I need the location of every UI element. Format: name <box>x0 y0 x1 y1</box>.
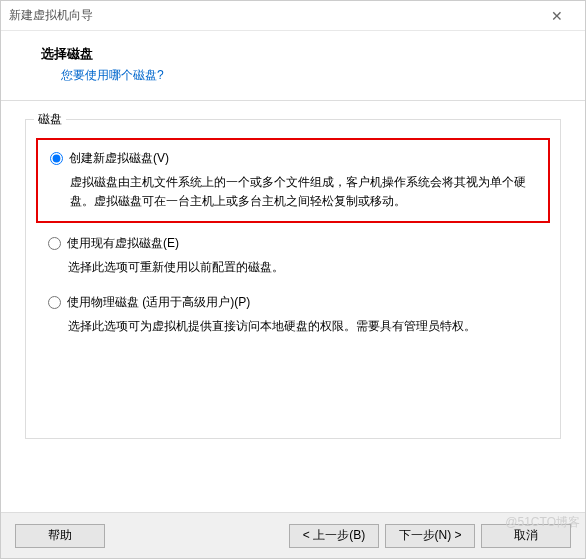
wizard-header: 选择磁盘 您要使用哪个磁盘? <box>1 31 585 101</box>
radio-create-disk[interactable]: 创建新虚拟磁盘(V) <box>50 150 536 167</box>
content-area: 磁盘 创建新虚拟磁盘(V) 虚拟磁盘由主机文件系统上的一个或多个文件组成，客户机… <box>1 101 585 512</box>
option-physical-disk: 使用物理磁盘 (适用于高级用户)(P) 选择此选项可为虚拟机提供直接访问本地硬盘… <box>36 294 550 336</box>
cancel-button[interactable]: 取消 <box>481 524 571 548</box>
wizard-window: 新建虚拟机向导 ✕ 选择磁盘 您要使用哪个磁盘? 磁盘 创建新虚拟磁盘(V) 虚… <box>0 0 586 559</box>
page-heading: 选择磁盘 <box>41 45 561 63</box>
next-button[interactable]: 下一步(N) > <box>385 524 475 548</box>
radio-existing-desc: 选择此选项可重新使用以前配置的磁盘。 <box>68 258 538 277</box>
option-existing-disk: 使用现有虚拟磁盘(E) 选择此选项可重新使用以前配置的磁盘。 <box>36 235 550 277</box>
radio-existing-label: 使用现有虚拟磁盘(E) <box>67 235 179 252</box>
radio-existing-input[interactable] <box>48 237 61 250</box>
group-title: 磁盘 <box>34 111 66 128</box>
radio-existing-disk[interactable]: 使用现有虚拟磁盘(E) <box>48 235 538 252</box>
highlight-create-disk: 创建新虚拟磁盘(V) 虚拟磁盘由主机文件系统上的一个或多个文件组成，客户机操作系… <box>36 138 550 223</box>
wizard-footer: 帮助 < 上一步(B) 下一步(N) > 取消 <box>1 512 585 558</box>
option-create-disk: 创建新虚拟磁盘(V) 虚拟磁盘由主机文件系统上的一个或多个文件组成，客户机操作系… <box>50 150 536 211</box>
radio-physical-label: 使用物理磁盘 (适用于高级用户)(P) <box>67 294 250 311</box>
radio-physical-input[interactable] <box>48 296 61 309</box>
radio-create-label: 创建新虚拟磁盘(V) <box>69 150 169 167</box>
close-icon[interactable]: ✕ <box>537 8 577 24</box>
radio-create-desc: 虚拟磁盘由主机文件系统上的一个或多个文件组成，客户机操作系统会将其视为单个硬盘。… <box>70 173 536 211</box>
window-title: 新建虚拟机向导 <box>9 7 537 24</box>
radio-physical-desc: 选择此选项可为虚拟机提供直接访问本地硬盘的权限。需要具有管理员特权。 <box>68 317 538 336</box>
page-subheading: 您要使用哪个磁盘? <box>41 67 561 84</box>
help-button[interactable]: 帮助 <box>15 524 105 548</box>
disk-groupbox: 磁盘 创建新虚拟磁盘(V) 虚拟磁盘由主机文件系统上的一个或多个文件组成，客户机… <box>25 119 561 439</box>
titlebar: 新建虚拟机向导 ✕ <box>1 1 585 31</box>
back-button[interactable]: < 上一步(B) <box>289 524 379 548</box>
radio-physical-disk[interactable]: 使用物理磁盘 (适用于高级用户)(P) <box>48 294 538 311</box>
radio-create-input[interactable] <box>50 152 63 165</box>
